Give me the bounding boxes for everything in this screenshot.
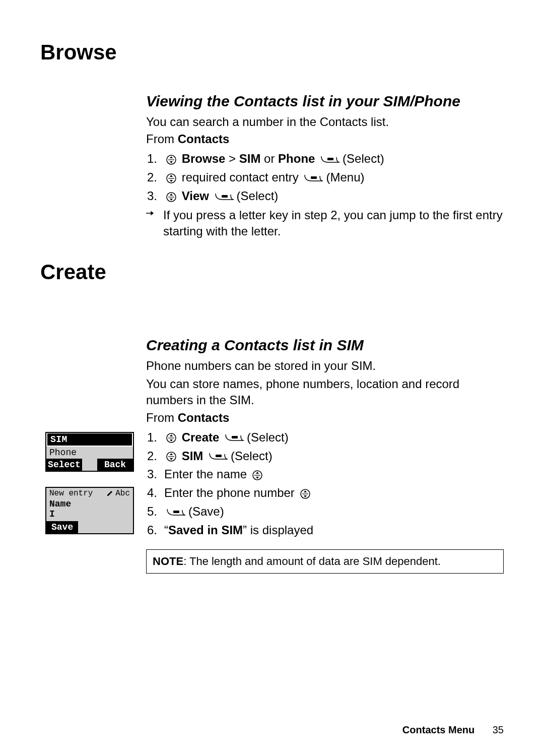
svg-rect-2 bbox=[327, 158, 333, 160]
footer-label: Contacts Menu bbox=[402, 724, 474, 735]
pencil-icon bbox=[106, 490, 113, 497]
note-box: NOTE: The length and amount of data are … bbox=[146, 549, 504, 574]
step-item: 3.Enter the name bbox=[147, 466, 504, 483]
svg-rect-11 bbox=[232, 436, 238, 438]
section-title-browse: Browse bbox=[40, 40, 504, 65]
step-item: 1. Browse > SIM or Phone (Select) bbox=[147, 150, 504, 168]
step-item: 6.“Saved in SIM” is displayed bbox=[147, 522, 504, 539]
nav-key-icon bbox=[252, 470, 262, 480]
screen1-softkey-select: Select bbox=[46, 459, 82, 471]
tip-row: If you press a letter key in step 2, you… bbox=[146, 207, 504, 240]
screen2-title: New entry bbox=[49, 489, 93, 498]
svg-rect-19 bbox=[173, 511, 179, 513]
from-contacts-line-2: From Contacts bbox=[146, 411, 504, 425]
note-label: NOTE bbox=[153, 555, 183, 568]
screen2-cursor: I bbox=[46, 509, 133, 521]
step-item: 5.(Save) bbox=[147, 503, 504, 521]
svg-rect-14 bbox=[216, 455, 222, 457]
softkey-icon bbox=[166, 508, 186, 517]
nav-key-icon bbox=[166, 452, 176, 462]
step-item: 2. required contact entry (Menu) bbox=[147, 169, 504, 186]
intro-text-2b: You can store names, phone numbers, loca… bbox=[146, 376, 504, 409]
tip-arrow-icon bbox=[146, 207, 163, 216]
section-title-create: Create bbox=[40, 260, 504, 284]
steps-list-1: 1. Browse > SIM or Phone (Select)2. requ… bbox=[147, 150, 504, 205]
softkey-icon bbox=[209, 452, 229, 461]
steps-list-2: 1. Create (Select)2. SIM (Select)3.Enter… bbox=[147, 429, 504, 539]
screen2-mode: Abc bbox=[106, 489, 130, 498]
step-item: 4.Enter the phone number bbox=[147, 484, 504, 502]
step-item: 1. Create (Select) bbox=[147, 429, 504, 447]
phone-screen-sim-select: SIM Phone Select Back bbox=[45, 432, 134, 472]
softkey-icon bbox=[320, 155, 341, 164]
screen2-name-label: Name bbox=[46, 499, 133, 509]
intro-text: You can search a number in the Contacts … bbox=[146, 114, 504, 130]
screen2-softkey-save: Save bbox=[46, 521, 78, 533]
nav-key-icon bbox=[166, 433, 176, 443]
step-item: 2. SIM (Select) bbox=[147, 448, 504, 465]
svg-rect-8 bbox=[222, 195, 228, 198]
softkey-icon bbox=[304, 174, 324, 183]
note-text: : The length and amount of data are SIM … bbox=[183, 555, 441, 568]
intro-text-2a: Phone numbers can be stored in your SIM. bbox=[146, 358, 504, 374]
softkey-icon bbox=[215, 193, 235, 202]
page-footer: Contacts Menu 35 bbox=[402, 724, 504, 736]
subheading-viewing: Viewing the Contacts list in your SIM/Ph… bbox=[146, 93, 504, 110]
step-item: 3. View (Select) bbox=[147, 187, 504, 205]
screen1-row-phone: Phone bbox=[46, 447, 133, 459]
svg-rect-5 bbox=[311, 176, 317, 179]
from-contacts-line: From Contacts bbox=[146, 132, 504, 146]
subheading-creating: Creating a Contacts list in SIM bbox=[146, 337, 504, 354]
screen1-row-sim: SIM bbox=[46, 433, 133, 447]
nav-key-icon bbox=[166, 192, 176, 202]
phone-screen-new-entry: New entry Abc Name I Save bbox=[45, 487, 134, 534]
softkey-icon bbox=[225, 433, 245, 443]
screen1-softkey-back: Back bbox=[97, 459, 133, 471]
footer-page-number: 35 bbox=[493, 724, 504, 735]
nav-key-icon bbox=[300, 489, 310, 499]
nav-key-icon bbox=[166, 155, 176, 165]
nav-key-icon bbox=[166, 173, 176, 183]
